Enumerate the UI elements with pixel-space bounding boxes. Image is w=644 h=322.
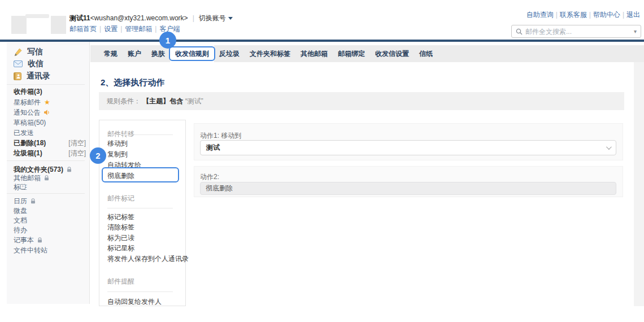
- chevron-down-icon: [606, 144, 612, 150]
- empty-deleted-link[interactable]: [清空]: [68, 138, 86, 148]
- action-delete-completely[interactable]: 彻底删除: [107, 171, 181, 180]
- sidebar-item-announcements[interactable]: 通知公告: [14, 108, 86, 117]
- contacts-label: 通讯录: [27, 71, 50, 81]
- action-move-to[interactable]: 移动到: [107, 139, 181, 148]
- group-separator: [107, 291, 173, 292]
- sidebar-item-file-transfer[interactable]: 文件中转站: [14, 246, 86, 255]
- receive-label: 收信: [28, 59, 43, 69]
- action-mark-read[interactable]: 标为已读: [107, 233, 181, 242]
- link-help-center[interactable]: 帮助中心: [593, 11, 620, 19]
- lock-icon: [44, 175, 49, 181]
- page-gutter: [634, 62, 644, 306]
- star-icon: ★: [44, 98, 50, 106]
- sidebar-item-todo[interactable]: 待办: [14, 225, 86, 234]
- action2-label: 动作2:: [200, 172, 219, 182]
- tab-other-mailbox[interactable]: 其他邮箱: [295, 45, 333, 62]
- action-auto-forward[interactable]: 自动转发给: [107, 160, 181, 169]
- sidebar-item-sent[interactable]: 已发送: [14, 128, 86, 137]
- rule-condition-field: 【主题】包含: [142, 97, 183, 105]
- lock-icon: [67, 167, 72, 172]
- action-type-list: 邮件转移 移动到 复制到 自动转发给 彻底删除 邮件标记 标记标签 清除标签 标…: [99, 120, 186, 306]
- action1-folder-select[interactable]: 测试: [200, 140, 616, 155]
- webmail-settings-page: 测试11<wushan@xty321.wecom.work>|切换账号 邮箱首页…: [0, 0, 644, 322]
- group-header-mail-mark: 邮件标记: [107, 194, 134, 203]
- account-email: <wushan@xty321.wecom.work>: [90, 14, 188, 22]
- empty-spam-link[interactable]: [清空]: [68, 149, 86, 158]
- sidebar-item-docs[interactable]: 文档: [14, 216, 86, 225]
- header-accent-bar: [0, 40, 644, 42]
- sidebar-item-starred[interactable]: 星标邮件★: [14, 98, 86, 107]
- tab-mail-rules[interactable]: 收发信规则: [170, 45, 214, 62]
- rule-condition-value: “测试”: [185, 97, 203, 105]
- nav-link-mail-home[interactable]: 邮箱首页: [69, 25, 97, 33]
- expand-labels-icon[interactable]: +: [20, 184, 25, 189]
- sidebar-item-spam[interactable]: 垃圾箱(1)[清空]: [14, 149, 86, 158]
- action1-panel: 动作1: 移动到 测试: [194, 123, 623, 160]
- logo-placeholder-2: [51, 16, 66, 34]
- tab-folders-labels[interactable]: 文件夹和标签: [245, 45, 295, 62]
- search-input[interactable]: [525, 28, 634, 36]
- sidebar-inbox-button[interactable]: 收信: [14, 58, 86, 69]
- search-icon: [516, 28, 523, 35]
- annotation-step-1: 1: [159, 32, 176, 49]
- group-separator: [107, 134, 173, 135]
- action1-selected-value: 测试: [206, 143, 220, 153]
- mail-search-box[interactable]: ▾: [511, 25, 641, 38]
- annotation-step-2: 2: [90, 147, 106, 164]
- action-copy-to[interactable]: 复制到: [107, 150, 181, 159]
- action-mark-label[interactable]: 标记标签: [107, 212, 181, 221]
- tab-account[interactable]: 账户: [123, 45, 146, 62]
- switch-account-link[interactable]: 切换账号: [199, 14, 226, 22]
- rule-condition-bar: 规则条件： 【主题】包含 “测试”: [99, 92, 624, 110]
- sidebar-item-inbox[interactable]: 收件箱(3): [14, 87, 86, 96]
- contacts-icon: [14, 72, 21, 80]
- link-self-service[interactable]: 自助查询: [526, 11, 554, 19]
- action2-panel: 动作2: 彻底删除: [194, 166, 623, 197]
- tab-stationery[interactable]: 信纸: [414, 45, 438, 62]
- sidebar-item-labels[interactable]: +标签: [14, 182, 86, 192]
- sidebar-item-calendar[interactable]: 日历: [14, 197, 86, 206]
- sidebar-separator: [7, 84, 85, 85]
- compose-label: 写信: [27, 47, 43, 57]
- sidebar-separator: [7, 160, 85, 161]
- tab-mailbox-binding[interactable]: 邮箱绑定: [333, 45, 370, 62]
- header-quick-links: 自助查询|联系客服|帮助中心|退出: [526, 10, 640, 20]
- pencil-icon: [14, 48, 22, 56]
- action-auto-reply-sender[interactable]: 自动回复给发件人: [107, 297, 181, 306]
- speaker-icon: [44, 110, 50, 115]
- mail-icon: [14, 60, 23, 67]
- logo-placeholder: [11, 16, 27, 34]
- sidebar-item-notes[interactable]: 记事本: [14, 236, 86, 245]
- tab-antispam[interactable]: 反垃圾: [214, 45, 245, 62]
- sidebar-contacts-button[interactable]: 通讯录: [14, 71, 86, 82]
- action2-value-field: 彻底删除: [200, 182, 616, 195]
- account-name: 测试11: [69, 14, 90, 22]
- search-options-caret-icon[interactable]: ▾: [634, 28, 637, 34]
- sidebar-compose-button[interactable]: 写信: [14, 46, 86, 58]
- action-save-sender-to-contacts[interactable]: 将发件人保存到个人通讯录: [107, 254, 181, 263]
- group-header-mail-remind: 邮件提醒: [107, 277, 134, 286]
- action-clear-label[interactable]: 清除标签: [107, 223, 181, 232]
- sidebar-divider: [89, 42, 90, 304]
- chevron-down-icon: [228, 17, 233, 20]
- action1-label: 动作1: 移动到: [200, 131, 241, 141]
- tab-general[interactable]: 常规: [99, 45, 123, 62]
- redacted-logo-text: [25, 14, 49, 18]
- nav-link-settings[interactable]: 设置: [104, 25, 118, 33]
- sidebar-item-weidisk[interactable]: 微盘: [14, 206, 86, 215]
- link-logout[interactable]: 退出: [626, 11, 640, 19]
- sidebar-separator: [7, 193, 85, 194]
- tab-send-receive-settings[interactable]: 收发信设置: [370, 45, 414, 62]
- nav-link-manage-mailbox[interactable]: 管理邮箱: [125, 25, 152, 33]
- lock-icon: [31, 198, 36, 204]
- sidebar-item-deleted[interactable]: 已删除(18)[清空]: [14, 138, 86, 147]
- section-title: 2、选择执行动作: [101, 77, 164, 88]
- sidebar-item-drafts[interactable]: 草稿箱(50): [14, 118, 86, 127]
- account-info: 测试11<wushan@xty321.wecom.work>|切换账号: [69, 14, 233, 23]
- settings-tab-bar: 常规 账户 换肤 收发信规则 反垃圾 文件夹和标签 其他邮箱 邮箱绑定 收发信设…: [90, 45, 644, 62]
- sidebar-item-other-mailbox[interactable]: 其他邮箱: [14, 173, 86, 182]
- group-separator: [107, 208, 173, 208]
- lock-icon: [37, 237, 42, 243]
- action-mark-star[interactable]: 标记星标: [107, 243, 181, 253]
- link-contact-support[interactable]: 联系客服: [560, 11, 587, 19]
